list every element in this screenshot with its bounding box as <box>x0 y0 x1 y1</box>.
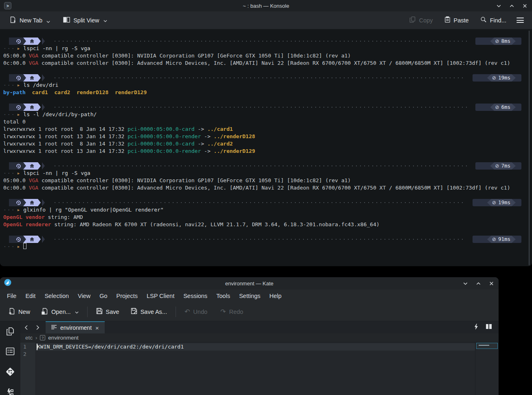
new-document-icon <box>9 308 15 316</box>
breadcrumb: etc › ? environment <box>20 333 499 342</box>
output-line: 05:00.0 VGA compatible controller [0300]… <box>3 177 529 184</box>
konsole-window-title: ~ : bash — Konsole <box>0 3 532 9</box>
output-line: 0c:00.0 VGA compatible controller [0300]… <box>3 60 529 67</box>
duration-badge: ⊘7ms <box>475 162 521 170</box>
save-as-button[interactable]: Save As... <box>127 305 171 318</box>
close-button[interactable] <box>488 280 495 287</box>
prompt-arrow-icon: ▸ <box>17 243 20 249</box>
kate-app-icon <box>4 279 11 288</box>
duration-text: 6ms <box>501 104 510 111</box>
home-icon <box>30 76 34 80</box>
menu-sessions[interactable]: Sessions <box>179 291 212 301</box>
terminal-area[interactable]: ⊘8ms ···▸lspci -nn | rg -S vga 05:00.0 V… <box>0 30 532 266</box>
shell-prompt: ⊘19ms <box>9 199 529 206</box>
menu-file[interactable]: File <box>2 291 21 301</box>
menu-tools[interactable]: Tools <box>212 291 235 301</box>
distro-logo-icon <box>16 105 21 110</box>
output-line: lrwxrwxrwx 1 root root 8 Jan 14 17:32 pc… <box>3 140 529 148</box>
split-view-chevron-down-icon[interactable] <box>103 17 107 24</box>
copy-button[interactable]: Copy <box>406 14 437 26</box>
minimap-view-indicator[interactable] <box>476 343 498 349</box>
terminal-scrollbar[interactable] <box>529 31 530 265</box>
menu-selection[interactable]: Selection <box>40 291 73 301</box>
shell-prompt: ⊘19ms <box>9 74 529 82</box>
prompt-home-segment <box>26 38 38 45</box>
duration-badge: ⊘19ms <box>473 199 521 206</box>
maximize-button[interactable] <box>508 2 515 9</box>
undo-button[interactable]: ↶ Undo <box>181 306 211 318</box>
close-button[interactable] <box>521 2 528 9</box>
save-button[interactable]: Save <box>92 305 123 318</box>
menu-help[interactable]: Help <box>265 291 286 301</box>
konsole-titlebar[interactable]: > ~ : bash — Konsole <box>0 0 532 11</box>
kate-menubar: File Edit Selection View Go Projects LSP… <box>0 289 499 302</box>
command-line-current[interactable]: ···▸ <box>3 243 529 250</box>
copy-icon <box>409 16 416 24</box>
git-panel-icon[interactable] <box>5 367 15 377</box>
text-caret <box>37 344 37 350</box>
minimize-button[interactable] <box>462 280 468 287</box>
minimap-scrollbar[interactable] <box>475 342 499 395</box>
command-line: ···▸ls -l /dev/dri/by-path/ <box>3 111 529 118</box>
editor-area[interactable]: 1 2 KWIN_DRM_DEVICES=/dev/dri/card2:/dev… <box>20 342 499 395</box>
nav-forward-button[interactable] <box>32 321 43 333</box>
menu-go[interactable]: Go <box>95 291 112 301</box>
duration-badge: ⊘6ms <box>475 104 521 111</box>
menu-edit[interactable]: Edit <box>21 291 40 301</box>
documents-panel-icon[interactable] <box>5 327 15 336</box>
file-type-icon: ? <box>40 335 45 340</box>
menu-view[interactable]: View <box>73 291 95 301</box>
new-tab-icon <box>9 16 16 24</box>
split-view-icon <box>63 17 70 24</box>
home-icon <box>30 39 34 43</box>
quick-open-lightning-icon[interactable] <box>474 324 478 331</box>
output-line: OpenGL vendor string: AMD <box>3 214 529 221</box>
minimize-button[interactable] <box>495 2 502 9</box>
editor-line-1: KWIN_DRM_DEVICES=/dev/dri/card2:/dev/dri… <box>36 343 475 351</box>
kate-titlebar[interactable]: environment — Kate <box>0 277 499 289</box>
tab-environment[interactable]: environment × <box>46 321 105 333</box>
symbols-list-icon[interactable] <box>5 347 15 355</box>
prompt-filler <box>53 236 466 243</box>
open-button[interactable]: Open... <box>38 305 82 318</box>
line-number: 1 <box>23 343 35 351</box>
home-icon <box>30 201 34 205</box>
duration-badge: ⊘19ms <box>473 74 521 82</box>
new-tab-chevron-down-icon[interactable] <box>46 18 50 24</box>
distro-logo-icon <box>16 237 21 242</box>
new-document-button[interactable]: New <box>5 305 34 318</box>
breadcrumb-file[interactable]: environment <box>48 335 78 341</box>
output-line: by-path card1 card2 renderD128 renderD12… <box>3 89 529 96</box>
kate-window: environment — Kate File Edit Selection V… <box>0 277 499 395</box>
prompt-arrow-icon: ▸ <box>17 207 20 213</box>
home-icon <box>30 237 34 241</box>
tab-close-icon[interactable]: × <box>95 324 99 331</box>
split-pane-icon[interactable] <box>486 324 492 331</box>
find-button[interactable]: Find... <box>477 14 510 26</box>
konsole-toolbar: New Tab Split View Copy Paste Find... <box>0 11 532 29</box>
paste-button[interactable]: Paste <box>441 14 473 26</box>
open-chevron-down-icon[interactable] <box>75 309 79 315</box>
redo-button[interactable]: ↷ Redo <box>217 306 247 318</box>
duration-text: 8ms <box>501 38 510 45</box>
new-tab-button[interactable]: New Tab <box>6 14 54 27</box>
diagnostics-panel-icon[interactable] <box>5 388 15 395</box>
kate-left-sidebar <box>0 321 20 395</box>
menu-projects[interactable]: Projects <box>112 291 142 301</box>
maximize-button[interactable] <box>475 280 481 287</box>
command-line: ···▸lspci -nn | rg -S vga <box>3 45 529 52</box>
nav-back-button[interactable] <box>20 321 32 333</box>
split-view-button[interactable]: Split View <box>59 14 110 26</box>
line-number: 2 <box>23 351 35 358</box>
breadcrumb-dir[interactable]: etc <box>25 335 33 341</box>
shell-prompt: ⊘91ms <box>9 236 529 243</box>
command-line: ···▸ls /dev/dri <box>3 82 529 89</box>
paste-icon <box>444 16 451 24</box>
menu-settings[interactable]: Settings <box>235 291 265 301</box>
konsole-window: > ~ : bash — Konsole New Tab Split View … <box>0 0 532 266</box>
menu-lsp-client[interactable]: LSP Client <box>142 291 179 301</box>
output-line: 0c:00.0 VGA compatible controller [0300]… <box>3 184 529 192</box>
distro-logo-icon <box>16 39 21 44</box>
duration-badge: ⊘8ms <box>475 38 521 45</box>
hamburger-menu-icon[interactable] <box>514 16 526 24</box>
